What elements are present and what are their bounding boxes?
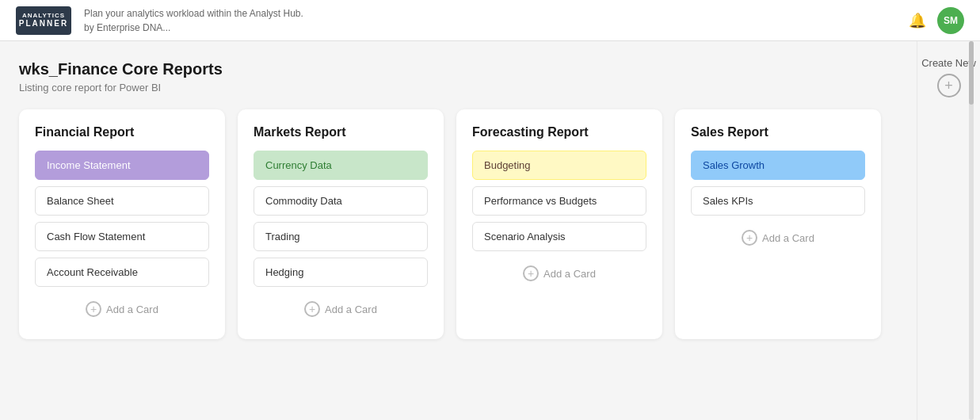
add-icon: +: [523, 265, 539, 281]
list-item[interactable]: Hedging: [254, 258, 428, 287]
list-item[interactable]: Currency Data: [254, 151, 428, 180]
header-left: ANALYTICS PLANNER Plan your analytics wo…: [16, 6, 303, 35]
forecasting-report-card: Forecasting Report Budgeting Performance…: [456, 109, 662, 339]
add-card-label: Add a Card: [325, 304, 377, 315]
financial-report-title: Financial Report: [35, 125, 209, 139]
logo-line1: ANALYTICS: [22, 12, 65, 20]
add-card-button[interactable]: + Add a Card: [35, 295, 209, 323]
add-icon: +: [742, 230, 757, 246]
add-card-button[interactable]: + Add a Card: [472, 259, 646, 288]
list-item[interactable]: Income Statement: [35, 151, 209, 180]
notification-icon[interactable]: 🔔: [909, 12, 926, 29]
reports-grid: Financial Report Income Statement Balanc…: [19, 109, 898, 339]
main-layout: wks_Finance Core Reports Listing core re…: [0, 41, 980, 420]
add-icon: +: [304, 301, 320, 317]
add-icon: +: [86, 301, 101, 317]
markets-report-card: Markets Report Currency Data Commodity D…: [238, 109, 444, 339]
subtitle-line1: Plan your analytics workload within the …: [84, 6, 303, 21]
list-item[interactable]: Scenario Analysis: [472, 222, 646, 251]
header-right: 🔔 SM: [909, 7, 964, 34]
create-new-label: Create New: [921, 57, 976, 69]
financial-report-card: Financial Report Income Statement Balanc…: [19, 109, 225, 339]
list-item[interactable]: Budgeting: [472, 151, 646, 180]
list-item[interactable]: Commodity Data: [254, 186, 428, 216]
add-card-button[interactable]: + Add a Card: [691, 223, 865, 252]
forecasting-report-title: Forecasting Report: [472, 125, 646, 139]
add-card-label: Add a Card: [762, 232, 814, 244]
list-item[interactable]: Performance vs Budgets: [472, 186, 646, 216]
right-sidebar: Create New +: [917, 41, 980, 420]
scrollbar-thumb: [969, 41, 974, 105]
app-header: ANALYTICS PLANNER Plan your analytics wo…: [0, 0, 980, 41]
subtitle-line2: by Enterprise DNA...: [84, 21, 303, 35]
markets-report-title: Markets Report: [254, 125, 428, 139]
page-title: wks_Finance Core Reports: [19, 60, 898, 78]
logo: ANALYTICS PLANNER: [16, 6, 71, 35]
list-item[interactable]: Trading: [254, 222, 428, 251]
scrollbar-track[interactable]: [969, 41, 974, 420]
add-card-label: Add a Card: [543, 268, 596, 280]
list-item[interactable]: Account Receivable: [35, 258, 209, 287]
logo-line2: PLANNER: [19, 19, 68, 29]
list-item[interactable]: Cash Flow Statement: [35, 222, 209, 251]
sales-report-title: Sales Report: [691, 125, 865, 139]
list-item[interactable]: Sales KPIs: [691, 186, 865, 216]
sales-report-card: Sales Report Sales Growth Sales KPIs + A…: [675, 109, 881, 339]
content-area: wks_Finance Core Reports Listing core re…: [0, 41, 917, 420]
page-subtitle: Listing core report for Power BI: [19, 82, 898, 94]
add-card-label: Add a Card: [106, 304, 158, 315]
create-new-button[interactable]: +: [937, 74, 961, 97]
avatar[interactable]: SM: [937, 7, 964, 34]
list-item[interactable]: Balance Sheet: [35, 186, 209, 216]
header-subtitle: Plan your analytics workload within the …: [84, 6, 303, 35]
add-card-button[interactable]: + Add a Card: [254, 295, 428, 323]
list-item[interactable]: Sales Growth: [691, 151, 865, 180]
